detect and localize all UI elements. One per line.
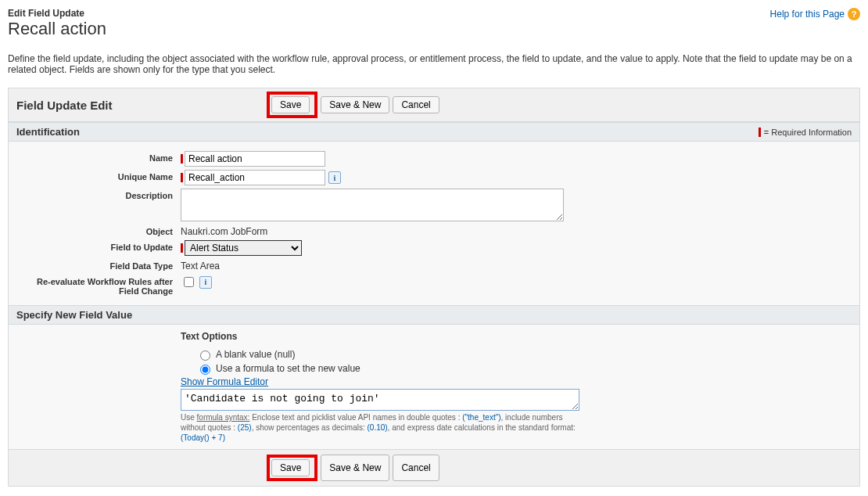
use-formula-radio[interactable] [200, 365, 210, 375]
help-text-part: , and express date calculations in the s… [388, 423, 576, 432]
required-bar-icon [181, 173, 183, 182]
help-text-example: (Today() + 7) [181, 433, 225, 442]
specify-body: Text Options A blank value (null) Use a … [9, 325, 859, 449]
cancel-button-bottom[interactable]: Cancel [393, 455, 439, 481]
help-link-label: Help for this Page [770, 9, 845, 20]
save-button-bottom[interactable]: Save [271, 459, 310, 476]
specify-header: Specify New Field Value [9, 305, 859, 325]
description-textarea[interactable] [181, 189, 564, 221]
info-icon[interactable]: i [199, 276, 212, 289]
panel-header: Field Update Edit Save Save & New Cancel [9, 88, 859, 122]
help-text-part: Use [181, 413, 197, 422]
blank-value-radio[interactable] [200, 350, 210, 361]
required-bar-icon [181, 243, 183, 253]
page-title: Recall action [8, 19, 106, 39]
specify-title: Specify New Field Value [16, 309, 132, 321]
help-text-syntax: formula syntax: [197, 413, 250, 422]
required-bar-icon [759, 128, 761, 137]
field-update-panel: Field Update Edit Save Save & New Cancel… [8, 88, 860, 487]
description-label: Description [16, 189, 181, 200]
name-label: Name [16, 151, 181, 163]
reeval-checkbox[interactable] [184, 277, 194, 287]
cancel-button[interactable]: Cancel [393, 96, 439, 113]
save-button[interactable]: Save [271, 96, 310, 113]
help-text-example: (25) [238, 423, 252, 432]
panel-title: Field Update Edit [16, 99, 267, 112]
help-text-part: , show percentages as decimals: [252, 423, 368, 432]
required-bar-icon [181, 154, 183, 164]
field-to-update-label: Field to Update [16, 240, 181, 252]
field-to-update-select[interactable]: Alert Status [185, 240, 302, 256]
formula-textarea[interactable]: 'Candidate is not going to join' [181, 389, 579, 411]
help-text-example: ("the_text") [462, 413, 500, 422]
required-legend-text: = Required Information [764, 128, 852, 137]
help-icon: ? [848, 8, 860, 20]
reeval-label: Re-evaluate Workflow Rules after Field C… [16, 275, 181, 296]
field-data-type-value: Text Area [181, 259, 220, 271]
object-label: Object [16, 225, 181, 236]
field-data-type-label: Field Data Type [16, 259, 181, 271]
identification-header: Identification = Required Information [9, 122, 859, 142]
intro-text: Define the field update, including the o… [8, 53, 860, 75]
save-highlight-bottom: Save [267, 455, 317, 481]
use-formula-label: Use a formula to set the new value [216, 363, 360, 374]
footer-buttons: Save Save & New Cancel [9, 449, 859, 486]
help-link[interactable]: Help for this Page ? [770, 8, 860, 20]
show-formula-editor-link[interactable]: Show Formula Editor [181, 376, 268, 387]
text-options-title: Text Options [181, 331, 852, 342]
save-and-new-button-bottom[interactable]: Save & New [321, 455, 389, 481]
help-text-example: (0.10) [367, 423, 387, 432]
required-legend: = Required Information [759, 128, 852, 137]
identification-body: Name Unique Name i Description [9, 142, 859, 305]
save-highlight: Save [267, 92, 317, 118]
formula-help-text: Use formula syntax: Enclose text and pic… [181, 412, 579, 443]
identification-title: Identification [16, 126, 80, 138]
name-input[interactable] [185, 151, 325, 167]
blank-value-option[interactable]: A blank value (null) [196, 348, 852, 361]
unique-name-input[interactable] [185, 170, 325, 185]
object-value: Naukri.com JobForm [181, 225, 267, 237]
info-icon[interactable]: i [328, 171, 341, 184]
help-text-part: Enclose text and picklist value API name… [249, 413, 462, 422]
unique-name-label: Unique Name [16, 170, 181, 182]
use-formula-option[interactable]: Use a formula to set the new value [196, 362, 852, 375]
save-and-new-button[interactable]: Save & New [321, 96, 389, 113]
blank-value-label: A blank value (null) [216, 349, 295, 360]
page-subtitle: Edit Field Update [8, 8, 106, 19]
